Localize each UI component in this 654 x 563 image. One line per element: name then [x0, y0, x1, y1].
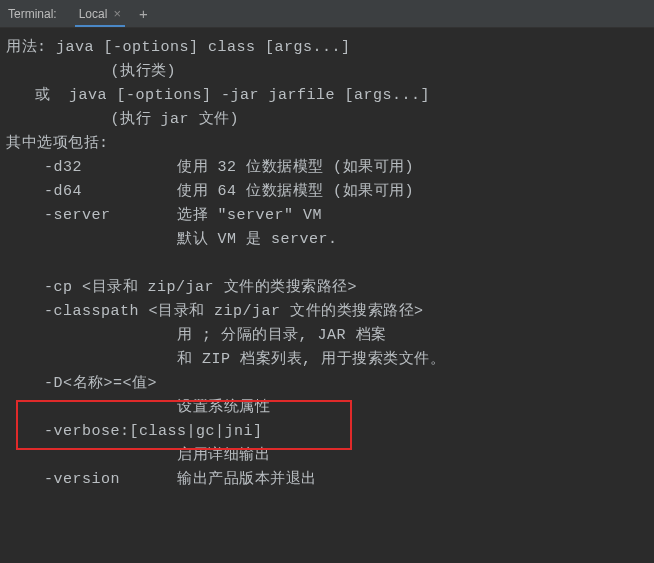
panel-title: Terminal: — [8, 7, 57, 21]
tab-local[interactable]: Local × — [75, 0, 125, 27]
close-icon[interactable]: × — [113, 6, 121, 21]
tab-label: Local — [79, 7, 108, 21]
terminal-output[interactable]: 用法: java [-options] class [args...] (执行类… — [0, 28, 654, 500]
terminal-text: 用法: java [-options] class [args...] (执行类… — [6, 36, 648, 492]
terminal-header: Terminal: Local × + — [0, 0, 654, 28]
plus-icon[interactable]: + — [139, 5, 148, 22]
